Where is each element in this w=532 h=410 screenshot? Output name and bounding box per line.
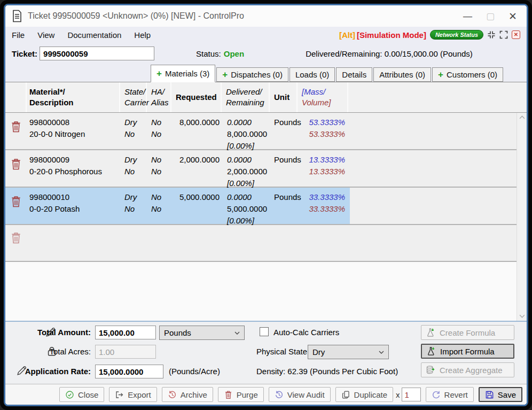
mass-volume-cell: 53.3333% 53.3333% [298, 113, 348, 152]
action-toolbar: Close Export Archive Purge [5, 384, 527, 405]
trash-icon [224, 390, 233, 399]
header-requested: Requested [171, 82, 222, 112]
table-header-row: Material*/ Description State/ Carrier HA… [5, 82, 527, 113]
archive-button[interactable]: Archive [162, 387, 213, 402]
mass-volume-cell: 13.3333% 13.3333% [298, 150, 348, 189]
status-label: Status: [196, 49, 221, 58]
delivered-remaining-text: Delivered/Remaining: 0.00/15,000.00 (Pou… [306, 49, 473, 58]
floppy-disk-icon [485, 390, 494, 399]
delete-row-cell [5, 113, 27, 152]
auto-calc-checkbox[interactable] [260, 327, 269, 336]
table-row[interactable]: 998000008 20-0-0 Nitrogen Dry No No No 8… [5, 113, 527, 150]
menu-file[interactable]: File [12, 30, 25, 40]
selected-state: Dry [312, 347, 325, 357]
plus-icon: + [222, 70, 228, 79]
trash-icon[interactable] [11, 195, 21, 208]
duplicate-button[interactable]: Duplicate [335, 387, 394, 402]
import-formula-button[interactable]: Import Formula [421, 344, 514, 359]
button-label: Export [128, 390, 151, 399]
physical-state-select[interactable]: Dry [308, 345, 389, 359]
button-label: Revert [444, 390, 468, 399]
requested-cell: 8,000.0000 [171, 113, 222, 152]
physical-state-label: Physical State: [256, 347, 309, 356]
state-carrier-cell: Dry No [120, 113, 147, 152]
network-status-badge[interactable]: Network Status [430, 30, 483, 40]
material-cell: 998000010 0-0-20 Potash [27, 188, 120, 227]
table-row[interactable]: 998000009 0-20-0 Phosphorous Dry No No N… [5, 150, 527, 188]
header-mass-volume: [Mass/ Volume] [298, 82, 348, 112]
menu-view[interactable]: View [37, 30, 54, 40]
materials-table: Material*/ Description State/ Carrier HA… [5, 82, 527, 321]
tab-dispatches[interactable]: + Dispatches (0) [216, 67, 288, 82]
export-icon [115, 390, 124, 399]
duplicate-multiplier: x [396, 388, 421, 401]
header-ha-alias: HA/ Alias [147, 82, 171, 112]
document-icon [12, 10, 22, 22]
exit-red-x-icon[interactable]: ✕ [512, 30, 520, 39]
plus-icon: + [438, 70, 443, 79]
table-row-empty[interactable] [5, 225, 527, 262]
total-amount-label: Total Amount: [5, 328, 91, 337]
revert-icon [432, 390, 441, 399]
tab-materials[interactable]: + Materials (3) [151, 65, 215, 82]
mass-volume-cell: 33.3333% 33.3333% [298, 188, 348, 227]
menu-documentation[interactable]: Documentation [67, 30, 121, 40]
tab-label: Dispatches (0) [231, 70, 283, 79]
ticket-label: Ticket: [12, 49, 37, 58]
application-rate-input[interactable] [95, 365, 163, 378]
total-amount-input[interactable] [95, 326, 156, 339]
tab-loads[interactable]: Loads (0) [290, 67, 335, 82]
tab-details[interactable]: Details [336, 67, 372, 82]
compress-icon[interactable] [487, 30, 496, 39]
scroll-up-icon[interactable] [519, 115, 525, 119]
multiplier-input[interactable] [402, 388, 421, 401]
totals-form: Total Amount: Pounds Auto-Calc Carriers … [5, 321, 527, 384]
tab-label: Customers (0) [447, 70, 497, 79]
view-audit-button[interactable]: View Audit [269, 387, 331, 402]
copy-icon [341, 390, 350, 399]
button-label: Create Formula [440, 328, 495, 337]
vertical-scrollbar[interactable] [517, 113, 527, 321]
chevron-down-icon [234, 331, 240, 335]
application-rate-label: Application Rate: [5, 367, 91, 376]
total-acres-input [95, 345, 156, 359]
header-unit: Unit [270, 82, 298, 112]
menu-bar: File View Documentation Help [Alt] [Simu… [5, 27, 527, 43]
ticket-number-input[interactable] [40, 47, 154, 60]
menu-help[interactable]: Help [134, 30, 151, 40]
revert-button[interactable]: Revert [426, 387, 474, 402]
minimize-button[interactable]: — [463, 12, 472, 21]
requested-cell: 2,000.0000 [171, 150, 222, 189]
material-cell: 998000009 0-20-0 Phosphorous [27, 150, 120, 189]
purge-button[interactable]: Purge [218, 387, 264, 402]
total-amount-unit-select[interactable]: Pounds [159, 326, 245, 340]
export-button[interactable]: Export [109, 387, 157, 402]
header-state-carrier: State/ Carrier [120, 82, 147, 112]
window-title: Ticket 9995000059 <Unknown> (0%) [NEW] -… [28, 11, 244, 21]
multiplier-label: x [396, 390, 400, 399]
simulation-mode-badge: [Simulation Mode] [357, 30, 426, 40]
tab-label: Details [342, 70, 366, 79]
flask-icon [426, 328, 435, 337]
close-window-button[interactable]: ✕ [508, 11, 517, 21]
ha-alias-cell: No No [147, 150, 171, 189]
tab-strip: + Materials (3) + Dispatches (0) Loads (… [5, 64, 527, 82]
save-button[interactable]: Save [479, 387, 522, 402]
menu-right-cluster: [Alt] [Simulation Mode] Network Status ✕ [339, 30, 520, 40]
tab-attributes[interactable]: Attributes (0) [373, 67, 431, 82]
create-formula-button: Create Formula [421, 325, 514, 340]
table-row-selected[interactable]: 998000010 0-0-20 Potash Dry No No No 5,0… [5, 188, 527, 225]
scroll-down-icon[interactable] [519, 314, 525, 318]
total-acres-label: Total Acres: [5, 347, 91, 356]
trash-icon[interactable] [11, 158, 21, 171]
trash-icon[interactable] [11, 120, 21, 133]
ha-alias-cell: No No [147, 113, 171, 152]
unit-cell: Pounds [270, 188, 298, 227]
close-button[interactable]: Close [59, 387, 104, 402]
ticket-bar: Ticket: Status: Open Delivered/Remaining… [5, 43, 527, 64]
maximize-button[interactable]: ▢ [486, 12, 495, 21]
tab-customers[interactable]: + Customers (0) [432, 67, 503, 82]
expand-icon[interactable] [499, 30, 508, 39]
title-bar: Ticket 9995000059 <Unknown> (0%) [NEW] -… [5, 5, 527, 27]
create-aggregate-button: Create Aggregate [421, 362, 514, 377]
